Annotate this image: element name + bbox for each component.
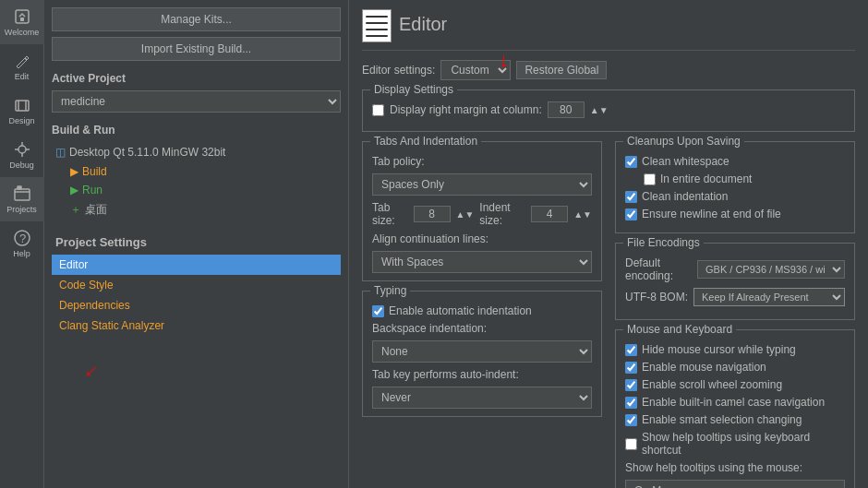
enable-smart-checkbox[interactable] xyxy=(625,414,637,426)
enable-navigation-checkbox[interactable] xyxy=(625,362,637,374)
ensure-newline-checkbox[interactable] xyxy=(625,208,637,220)
run-item[interactable]: ▶ Run xyxy=(63,181,341,199)
indent-size-spin[interactable]: ▲▼ xyxy=(573,209,592,220)
typing-group: Typing Enable automatic indentation Back… xyxy=(362,291,602,417)
svg-text:?: ? xyxy=(19,232,26,245)
svg-line-2 xyxy=(25,58,27,60)
entire-document-checkbox[interactable] xyxy=(644,173,656,185)
display-margin-checkbox[interactable] xyxy=(372,104,384,116)
clean-whitespace-checkbox[interactable] xyxy=(625,156,637,168)
import-existing-build-button[interactable]: Import Existing Build... xyxy=(52,37,341,61)
right-panel: Editor Editor settings: Custom Restore G… xyxy=(349,0,868,488)
cleanups-group: Cleanups Upon Saving Clean whitespace In… xyxy=(615,141,855,233)
display-settings-group: Display Settings Display right margin at… xyxy=(362,89,855,132)
editor-title: Editor xyxy=(399,14,447,39)
build-icon: ▶ xyxy=(70,165,78,178)
left-panel: Manage Kits... Import Existing Build... … xyxy=(44,0,349,488)
build-run-title: Build & Run xyxy=(52,124,341,137)
sidebar-item-projects[interactable]: Projects xyxy=(0,177,44,221)
sidebar-item-design[interactable]: Design xyxy=(0,89,44,133)
mouse-keyboard-group: Mouse and Keyboard Hide mouse cursor whi… xyxy=(615,329,855,488)
build-config-header: ◫ Desktop Qt 5.11.0 MinGW 32bit xyxy=(52,142,341,162)
tabs-indentation-group: Tabs And Indentation Tab policy: Spaces … xyxy=(362,141,602,281)
indent-size-input[interactable] xyxy=(531,206,568,222)
mouse-keyboard-title: Mouse and Keyboard xyxy=(623,323,736,336)
tooltips-mouse-select[interactable]: On Mouseover xyxy=(625,480,845,488)
tabs-indentation-title: Tabs And Indentation xyxy=(370,135,481,148)
sidebar-item-help[interactable]: ? Help xyxy=(0,221,44,266)
run-icon: ▶ xyxy=(70,184,78,196)
typing-title: Typing xyxy=(370,284,410,297)
utf8-bom-select[interactable]: Keep If Already Present xyxy=(693,288,845,306)
monitor-icon: ◫ xyxy=(55,146,66,159)
svg-rect-12 xyxy=(18,186,21,189)
sidebar: Welcome Edit Design Debug Projects ? Hel… xyxy=(0,0,44,488)
build-item[interactable]: ▶ Build xyxy=(63,162,341,181)
file-encodings-group: File Encodings Default encoding: GBK / C… xyxy=(615,243,855,320)
settings-item-clang[interactable]: Clang Static Analyzer xyxy=(52,315,341,336)
clean-indentation-checkbox[interactable] xyxy=(625,191,637,203)
margin-value-input[interactable] xyxy=(548,101,585,118)
backspace-select[interactable]: None xyxy=(372,340,592,363)
margin-spin-up[interactable]: ▲▼ xyxy=(590,105,609,115)
sidebar-item-debug[interactable]: Debug xyxy=(0,133,44,177)
restore-global-button[interactable]: Restore Global xyxy=(516,61,607,79)
add-desktop-item[interactable]: ＋ 桌面 xyxy=(63,199,341,220)
tab-size-input[interactable] xyxy=(414,206,451,222)
sidebar-item-edit[interactable]: Edit xyxy=(0,44,44,89)
show-tooltips-keys-checkbox[interactable] xyxy=(625,438,637,450)
svg-rect-3 xyxy=(16,101,29,111)
svg-rect-1 xyxy=(20,18,24,21)
display-settings-title: Display Settings xyxy=(370,83,457,96)
default-encoding-select[interactable]: GBK / CP936 / MS936 / wi xyxy=(697,260,845,279)
active-project-select[interactable]: medicine xyxy=(52,90,341,113)
tab-size-spin[interactable]: ▲▼ xyxy=(456,209,475,220)
project-settings-title: Project Settings xyxy=(52,235,341,249)
enable-scroll-zoom-checkbox[interactable] xyxy=(625,379,637,391)
settings-item-code-style[interactable]: Code Style xyxy=(52,275,341,295)
editor-settings-label: Editor settings: xyxy=(362,64,435,77)
svg-rect-11 xyxy=(15,189,30,200)
auto-indent-checkbox[interactable] xyxy=(372,305,384,317)
tab-auto-indent-select[interactable]: Never xyxy=(372,387,592,409)
sidebar-item-welcome[interactable]: Welcome xyxy=(0,0,44,44)
cleanups-title: Cleanups Upon Saving xyxy=(623,135,744,148)
align-continuation-select[interactable]: With Spaces xyxy=(372,251,592,273)
settings-item-editor[interactable]: Editor xyxy=(52,255,341,275)
arrow-indicator: ↑ xyxy=(499,51,509,75)
editor-page-icon xyxy=(362,9,399,42)
hide-cursor-checkbox[interactable] xyxy=(625,344,637,356)
add-icon: ＋ xyxy=(70,202,81,218)
settings-item-dependencies[interactable]: Dependencies xyxy=(52,295,341,315)
tab-policy-select[interactable]: Spaces Only xyxy=(372,173,592,196)
active-project-title: Active Project xyxy=(52,72,341,85)
enable-camel-checkbox[interactable] xyxy=(625,397,637,409)
manage-kits-button[interactable]: Manage Kits... xyxy=(52,7,341,31)
svg-point-6 xyxy=(18,146,26,153)
file-encodings-title: File Encodings xyxy=(623,236,704,249)
